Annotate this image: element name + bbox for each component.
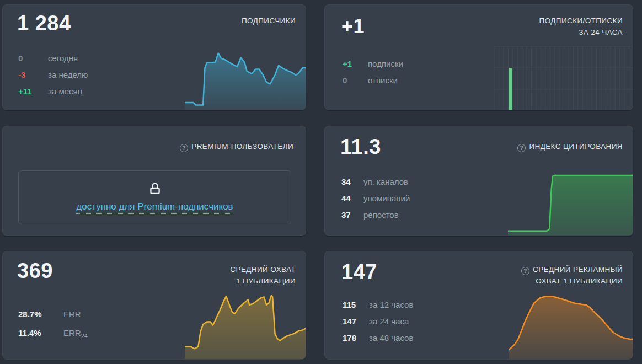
stat-value: +1: [343, 58, 368, 69]
stat-label: репостов: [363, 209, 399, 221]
card-title-line1: ПОДПИСКИ/ОТПИСКИ: [539, 15, 623, 26]
stat-label: отписки: [368, 74, 398, 86]
stat-value: 0: [343, 74, 368, 86]
avg-reach-card-title: СРЕДНИЙ ОХВАТ 1 ПУБЛИКАЦИИ: [230, 264, 296, 287]
stat-row-12h: 115 за 12 часов: [343, 299, 413, 311]
stat-row-err: 28.7% ERR: [18, 308, 88, 320]
stat-row-today: 0 сегодня: [18, 52, 88, 64]
stat-row-reposts: 37 репостов: [341, 209, 410, 221]
stat-label: за неделю: [48, 69, 88, 81]
stat-label: за 24 часа: [369, 315, 409, 327]
stat-row-channels: 34 уп. каналов: [341, 176, 410, 188]
stat-value: 115: [343, 299, 369, 311]
card-title-line2: ЗА 24 ЧАСА: [539, 26, 623, 38]
citation-index-value: 11.3: [340, 135, 381, 159]
stat-value: 28.7%: [18, 308, 63, 320]
help-icon[interactable]: ?: [517, 144, 526, 152]
premium-card-title: ?PREMIUM-ПОЛЬЗОВАТЕЛИ: [180, 141, 293, 152]
avg-ad-reach-value: 147: [341, 260, 377, 284]
avg-ad-reach-sparkline-chart: [509, 295, 633, 360]
stat-value: 34: [341, 176, 363, 188]
stat-value: 0: [18, 52, 48, 64]
stat-row-48h: 178 за 48 часов: [343, 332, 413, 344]
card-title-text: ПОДПИСЧИКИ: [242, 15, 296, 26]
help-icon[interactable]: ?: [180, 144, 188, 152]
avg-reach-sparkline-chart: [185, 293, 306, 360]
citation-index-card: 11.3 ?ИНДЕКС ЦИТИРОВАНИЯ 34 уп. каналов …: [324, 126, 633, 236]
avg-reach-value: 369: [17, 259, 53, 283]
stat-row-unsubs: 0 отписки: [343, 74, 403, 86]
citation-stats: 34 уп. каналов 44 упоминаний 37 репостов: [341, 176, 410, 226]
citation-card-title: ?ИНДЕКС ЦИТИРОВАНИЯ: [517, 141, 623, 152]
card-title-text: ИНДЕКС ЦИТИРОВАНИЯ: [529, 142, 623, 151]
subscribers-total: 1 284: [17, 12, 71, 35]
stat-label: ERR: [63, 308, 81, 320]
stat-value: +11: [18, 85, 48, 97]
citation-step-chart: [508, 173, 633, 236]
stat-row-mentions: 44 упоминаний: [341, 192, 410, 204]
stat-label: за 12 часов: [369, 299, 413, 311]
subs-unsubs-stats: +1 подписки 0 отписки: [343, 58, 403, 91]
card-title-text: PREMIUM-ПОЛЬЗОВАТЕЛИ: [191, 142, 293, 151]
avg-ad-reach-stats: 115 за 12 часов 147 за 24 часа 178 за 48…: [343, 299, 413, 349]
avg-ad-reach-card-title: ?СРЕДНИЙ РЕКЛАМНЫЙ ОХВАТ 1 ПУБЛИКАЦИИ: [521, 264, 623, 287]
card-title-line1: СРЕДНИЙ РЕКЛАМНЫЙ: [533, 265, 623, 274]
stat-label: упоминаний: [363, 192, 410, 204]
stat-row-err24: 11.4% ERR24: [18, 327, 88, 342]
stat-label: подписки: [368, 58, 403, 69]
help-icon[interactable]: ?: [521, 267, 529, 275]
avg-reach-stats: 28.7% ERR 11.4% ERR24: [18, 308, 88, 349]
stat-value: 44: [341, 192, 363, 204]
premium-locked-box: доступно для Premium-подписчиков: [18, 170, 291, 224]
card-title-line2: ОХВАТ 1 ПУБЛИКАЦИИ: [521, 275, 623, 287]
subscribers-card: 1 284 ПОДПИСЧИКИ 0 сегодня -3 за неделю …: [2, 4, 306, 110]
stat-label: за месяц: [48, 85, 82, 97]
analytics-dashboard: { "icons": { "help_glyph": "?" }, "theme…: [0, 0, 642, 364]
stat-label: уп. каналов: [363, 176, 408, 188]
avg-ad-reach-card: 147 ?СРЕДНИЙ РЕКЛАМНЫЙ ОХВАТ 1 ПУБЛИКАЦИ…: [324, 251, 633, 360]
card-title-line2: 1 ПУБЛИКАЦИИ: [230, 275, 296, 287]
stat-value: 147: [343, 315, 369, 327]
stat-label: сегодня: [48, 52, 78, 64]
subscribers-stats: 0 сегодня -3 за неделю +11 за месяц: [18, 52, 88, 102]
stat-value: -3: [18, 69, 48, 81]
subscribers-sparkline-chart: [185, 47, 306, 110]
premium-subscription-link[interactable]: доступно для Premium-подписчиков: [76, 201, 233, 214]
stat-label: за 48 часов: [369, 332, 413, 344]
stat-label: ERR24: [63, 327, 88, 342]
stat-row-month: +11 за месяц: [18, 85, 88, 97]
subs-unsubs-net: +1: [341, 15, 365, 38]
stat-row-subs: +1 подписки: [343, 58, 403, 69]
stat-value: 178: [343, 332, 369, 344]
stat-value: 37: [341, 209, 363, 221]
stat-value: 11.4%: [18, 327, 63, 342]
premium-users-card: ?PREMIUM-ПОЛЬЗОВАТЕЛИ доступно для Premi…: [2, 126, 306, 236]
avg-reach-card: 369 СРЕДНИЙ ОХВАТ 1 ПУБЛИКАЦИИ 28.7% ERR…: [2, 251, 306, 360]
card-title-line1: СРЕДНИЙ ОХВАТ: [230, 264, 296, 275]
subs-unsubs-card-title: ПОДПИСКИ/ОТПИСКИ ЗА 24 ЧАСА: [539, 15, 623, 38]
lock-icon: [147, 181, 163, 196]
stat-row-week: -3 за неделю: [18, 69, 88, 81]
stat-row-24h: 147 за 24 часа: [343, 315, 413, 327]
subscribers-card-title: ПОДПИСЧИКИ: [242, 15, 296, 26]
subs-unsubs-bar-chart: [494, 46, 633, 110]
subs-unsubs-card: +1 ПОДПИСКИ/ОТПИСКИ ЗА 24 ЧАСА +1 подпис…: [324, 4, 633, 110]
